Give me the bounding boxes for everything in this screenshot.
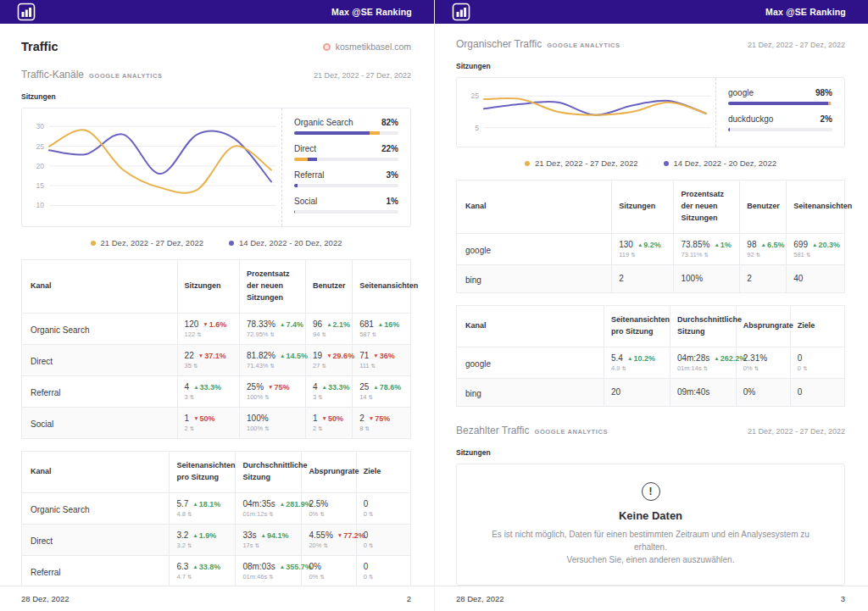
site-link[interactable]: kosmetikbasel.com xyxy=(323,42,411,52)
previous-period-value: 4.9 ⇅ xyxy=(611,364,663,372)
share-value: 22% xyxy=(381,144,398,153)
channel-name: google xyxy=(465,246,491,255)
legend-dot-icon xyxy=(229,241,234,246)
change-badge: ▲16% xyxy=(378,320,399,329)
up-arrow-icon: ▲ xyxy=(280,501,285,507)
previous-period-value: 0 ⇅ xyxy=(364,510,403,518)
metric-cell: 4▲33.3%3 ⇅ xyxy=(306,375,353,407)
column-header: Benutzer xyxy=(306,260,353,314)
compare-arrows-icon: ⇅ xyxy=(269,574,273,580)
compare-arrows-icon: ⇅ xyxy=(364,425,369,431)
bar-chart-logo-icon xyxy=(17,3,36,21)
change-badge: ▲2.1% xyxy=(326,320,350,329)
legend-item: 14 Dez, 2022 - 20 Dez, 2022 xyxy=(664,158,776,168)
share-progress-bar xyxy=(294,210,398,214)
metrics-table: KanalSitzungenProzentsatz der neuen Sitz… xyxy=(21,259,411,439)
metric-value: 1▼50% xyxy=(313,414,345,423)
metric-cell: 2.5%0% ⇅ xyxy=(302,492,356,524)
metric-cell: 2 xyxy=(612,264,674,292)
metric-cell: 25▲78.6%14 ⇅ xyxy=(353,375,411,407)
y-tick-label: 5 xyxy=(475,124,479,132)
compare-arrows-icon: ⇅ xyxy=(318,394,322,400)
no-data-panel: ! Keine Daten Es ist nicht möglich, Date… xyxy=(456,464,845,586)
previous-period-value: 3.2 ⇅ xyxy=(176,542,228,549)
metric-value: 0% xyxy=(743,387,783,397)
metric-cell: 98▲6.5%92 ⇅ xyxy=(740,233,787,264)
previous-period-value: 0% ⇅ xyxy=(309,510,348,518)
metric-cell: 96▲2.1%94 ⇅ xyxy=(306,313,353,344)
compare-arrows-icon: ⇅ xyxy=(756,252,760,258)
channel-name: Organic Search xyxy=(31,325,89,335)
legend-item: 21 Dez, 2022 - 27 Dez, 2022 xyxy=(525,158,637,168)
metric-cell: 0 xyxy=(790,378,844,406)
metric-value: 08m:03s▲355.7% xyxy=(242,562,294,571)
share-progress-segment xyxy=(308,158,317,161)
column-header: Absprungrate xyxy=(736,305,790,347)
period-legend: 21 Dez, 2022 - 27 Dez, 202214 Dez, 2022 … xyxy=(456,158,845,168)
sessions-line-chart: 1015202530 xyxy=(24,113,278,221)
change-badge: ▲6.5% xyxy=(760,241,784,249)
footer-date: 28 Dez, 2022 xyxy=(21,594,70,603)
channel-name: bing xyxy=(465,275,481,285)
column-header: Benutzer xyxy=(740,181,787,234)
table-row: Organic Search120▼1.6%122 ⇅78.33%▲7.4%72… xyxy=(22,313,411,344)
metric-value: 6.3▲33.8% xyxy=(176,562,228,571)
metric-cell: 1▼50%2 ⇅ xyxy=(177,407,239,438)
legend-label: 14 Dez, 2022 - 20 Dez, 2022 xyxy=(239,238,342,247)
change-badge: ▼50% xyxy=(193,414,214,423)
compare-arrows-icon: ⇅ xyxy=(803,365,807,371)
compare-arrows-icon: ⇅ xyxy=(197,331,201,337)
metric-value: 78.33%▲7.4% xyxy=(247,319,298,329)
metric-cell: 681▲16%587 ⇅ xyxy=(353,313,411,344)
up-arrow-icon: ▲ xyxy=(760,242,765,247)
data-source-label: Google Analytics xyxy=(534,428,608,436)
metric-value: 33s▲94.1% xyxy=(242,530,294,540)
metric-value: 2 xyxy=(747,274,779,283)
metric-cell: 81.82%▲14.5%71.43% ⇅ xyxy=(240,344,306,375)
metric-label: Sitzungen xyxy=(456,62,845,70)
up-arrow-icon: ▲ xyxy=(192,532,198,538)
metric-cell: 3.2▲1.9%3.2 ⇅ xyxy=(170,524,236,555)
change-badge: ▼75% xyxy=(268,383,289,392)
previous-period-value: 2 ⇅ xyxy=(185,425,232,432)
column-header: Sitzungen xyxy=(177,260,239,314)
compare-arrows-icon: ⇅ xyxy=(269,511,273,517)
column-header: Sitzungen xyxy=(612,181,674,234)
compare-arrows-icon: ⇅ xyxy=(622,365,626,371)
metric-value: 100% xyxy=(681,274,732,283)
no-data-message: Es ist nicht möglich, Daten für einen be… xyxy=(482,528,819,566)
compare-arrows-icon: ⇅ xyxy=(321,363,326,369)
channel-share-item: Direct22% xyxy=(294,144,398,161)
down-arrow-icon: ▼ xyxy=(369,415,374,421)
previous-period-value: 3 ⇅ xyxy=(185,393,232,401)
share-label: Direct xyxy=(294,144,316,153)
metric-value: 0 xyxy=(364,530,403,540)
legend-item: 21 Dez, 2022 - 27 Dez, 2022 xyxy=(91,238,203,247)
metric-cell: 33s▲94.1%17s ⇅ xyxy=(236,524,302,555)
up-arrow-icon: ▲ xyxy=(280,321,285,327)
previous-period-value: 20% ⇅ xyxy=(309,542,348,549)
up-arrow-icon: ▲ xyxy=(261,532,266,538)
legend-label: 21 Dez, 2022 - 27 Dez, 2022 xyxy=(101,238,203,247)
metric-value: 4.55%▼77.2% xyxy=(309,530,348,540)
compare-arrows-icon: ⇅ xyxy=(270,363,275,369)
column-header: Absprungrate xyxy=(302,451,356,492)
previous-period-value: 3 ⇅ xyxy=(313,393,345,401)
engines-table-1: KanalSitzungenProzentsatz der neuen Sitz… xyxy=(456,180,845,293)
previous-period-value: 17s ⇅ xyxy=(242,542,294,549)
share-progress-segment xyxy=(728,128,730,131)
metric-value: 98▲6.5% xyxy=(747,240,779,249)
channels-table-1: KanalSitzungenProzentsatz der neuen Sitz… xyxy=(21,259,411,439)
metric-value: 4▲33.3% xyxy=(313,382,345,392)
compare-arrows-icon: ⇅ xyxy=(190,394,194,400)
metric-value: 0 xyxy=(798,387,837,397)
channel-share-item: google98% xyxy=(728,88,832,105)
up-arrow-icon: ▲ xyxy=(192,501,198,507)
data-source-label: Google Analytics xyxy=(547,42,620,49)
table-row: Direct22▼37.1%35 ⇅81.82%▲14.5%71.43% ⇅19… xyxy=(22,344,411,375)
alert-circle-icon: ! xyxy=(642,482,660,501)
previous-period-value: 119 ⇅ xyxy=(619,251,666,258)
compare-arrows-icon: ⇅ xyxy=(369,511,373,517)
change-badge: ▲14.5% xyxy=(280,352,308,360)
legend-dot-icon xyxy=(91,241,96,246)
